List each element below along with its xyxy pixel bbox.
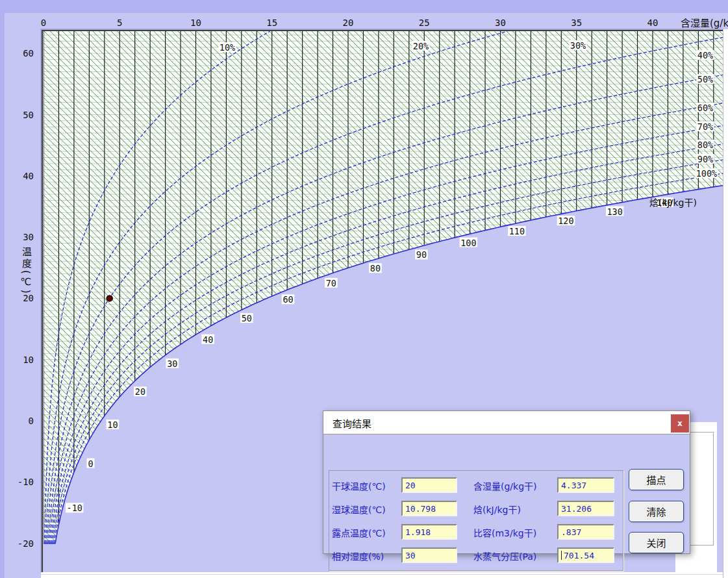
dew-point-input[interactable] — [401, 524, 457, 540]
svg-text:60%: 60% — [697, 103, 713, 113]
relative-humidity-label: 相对湿度(%) — [332, 549, 384, 562]
rh-label-20%: 20% — [412, 41, 429, 51]
x-tick-5: 5 — [117, 18, 122, 28]
y-tick--20: -20 — [18, 538, 34, 549]
svg-text:80%: 80% — [697, 140, 713, 150]
x-tick-35: 35 — [571, 18, 582, 28]
svg-text:50: 50 — [242, 313, 252, 323]
wet-bulb-label: 湿球温度(℃) — [332, 503, 386, 516]
vapor-pressure-label: 水蒸气分压(Pa) — [473, 549, 536, 562]
dialog-title: 查询结果 — [333, 416, 371, 430]
svg-text:30%: 30% — [570, 40, 586, 51]
enthalpy-axis-title: 焓(kJ/kg干) — [649, 195, 697, 208]
enthalpy-label-30: 30 — [166, 358, 179, 369]
y-tick-10: 10 — [23, 355, 34, 365]
enthalpy-label-120: 120 — [557, 216, 575, 226]
marked-point[interactable] — [107, 295, 112, 301]
y-tick-60: 60 — [23, 48, 34, 58]
x-tick-15: 15 — [266, 18, 277, 28]
plot-point-button[interactable]: 描点 — [629, 469, 684, 490]
enthalpy-label-40: 40 — [201, 334, 214, 345]
enthalpy-label-20: 20 — [134, 386, 147, 397]
relative-humidity-input[interactable] — [401, 547, 457, 563]
enthalpy-label-50: 50 — [240, 313, 253, 323]
svg-text:70%: 70% — [697, 121, 713, 132]
dry-bulb-label: 干球温度(℃) — [332, 479, 386, 492]
svg-text:-10: -10 — [67, 503, 82, 513]
svg-text:40%: 40% — [697, 50, 713, 60]
rh-label-90%: 90% — [696, 154, 714, 164]
y-tick-0: 0 — [29, 416, 34, 426]
specific-volume-input[interactable] — [557, 524, 614, 540]
close-button[interactable]: x — [671, 414, 689, 433]
enthalpy-label-100: 100 — [460, 238, 477, 248]
x-tick-40: 40 — [647, 18, 659, 28]
dialog-titlebar[interactable]: 查询结果 x — [323, 411, 690, 434]
enthalpy-label: 焓(kJ/kg干) — [473, 503, 521, 516]
svg-text:80: 80 — [370, 263, 381, 273]
svg-text:130: 130 — [607, 207, 622, 217]
wet-bulb-input[interactable] — [401, 501, 457, 516]
rh-label-100%: 100% — [695, 168, 718, 179]
query-result-dialog: 查询结果 x 干球温度(℃) 湿球温度(℃) 露点温度(℃) 相对湿度(%) 含… — [323, 410, 690, 554]
rh-label-80%: 80% — [696, 140, 714, 150]
enthalpy-input[interactable] — [557, 501, 614, 516]
y-tick--10: -10 — [18, 477, 34, 487]
svg-text:100%: 100% — [696, 168, 718, 179]
svg-text:30: 30 — [167, 358, 177, 369]
rh-label-70%: 70% — [696, 121, 714, 132]
rh-label-10%: 10% — [218, 42, 236, 53]
enthalpy-label-110: 110 — [508, 226, 525, 236]
enthalpy-label-90: 90 — [415, 249, 428, 260]
x-tick-30: 30 — [495, 18, 506, 28]
svg-text:90%: 90% — [697, 154, 713, 164]
svg-text:100: 100 — [460, 238, 476, 248]
right-strip — [723, 29, 728, 578]
x-tick-0: 0 — [41, 18, 46, 28]
close-icon: x — [677, 418, 683, 428]
x-tick-10: 10 — [190, 18, 201, 28]
enthalpy-label--10: -10 — [66, 503, 83, 513]
enthalpy-label-130: 130 — [606, 207, 623, 217]
y-tick-30: 30 — [23, 232, 34, 242]
rh-label-30%: 30% — [569, 40, 586, 51]
vapor-pressure-input[interactable]: 701.54 — [557, 547, 614, 563]
enthalpy-label-80: 80 — [369, 263, 382, 273]
svg-text:20: 20 — [135, 386, 145, 397]
svg-text:40: 40 — [203, 334, 213, 345]
enthalpy-label-0: 0 — [87, 459, 95, 469]
moisture-content-input[interactable] — [557, 477, 614, 493]
svg-text:10: 10 — [107, 420, 118, 430]
enthalpy-label-70: 70 — [325, 278, 338, 288]
clear-button[interactable]: 清除 — [629, 501, 684, 522]
svg-text:10%: 10% — [220, 42, 235, 53]
x-tick-25: 25 — [419, 18, 430, 28]
text-cursor — [561, 551, 562, 560]
svg-text:0: 0 — [88, 459, 93, 469]
y-tick-50: 50 — [23, 110, 34, 120]
enthalpy-label-10: 10 — [107, 420, 119, 430]
moisture-content-label: 含湿量(g/kg干) — [473, 479, 537, 492]
bottom-strip — [41, 572, 728, 578]
svg-text:60: 60 — [282, 294, 293, 305]
rh-label-60%: 60% — [696, 103, 714, 113]
rh-label-50%: 50% — [696, 74, 714, 84]
y-tick-40: 40 — [23, 171, 34, 181]
enthalpy-label-60: 60 — [282, 294, 295, 305]
svg-text:50%: 50% — [697, 74, 713, 84]
x-tick-20: 20 — [343, 18, 354, 28]
y-axis-title: 温度(℃) — [19, 247, 33, 295]
dialog-content: 干球温度(℃) 湿球温度(℃) 露点温度(℃) 相对湿度(%) 含湿量(g/kg… — [323, 434, 690, 553]
svg-text:110: 110 — [509, 226, 525, 236]
svg-text:90: 90 — [416, 249, 427, 260]
svg-text:120: 120 — [558, 216, 573, 226]
vapor-pressure-value: 701.54 — [564, 551, 594, 560]
close-dialog-button[interactable]: 关闭 — [629, 532, 684, 553]
rh-label-40%: 40% — [696, 50, 714, 60]
specific-volume-label: 比容(m3/kg干) — [473, 526, 536, 539]
svg-text:70: 70 — [326, 278, 336, 288]
dry-bulb-input[interactable] — [401, 477, 457, 493]
dew-point-label: 露点温度(℃) — [332, 526, 386, 539]
x-axis-title: 含湿量(g/kg干) — [681, 16, 728, 29]
svg-text:20%: 20% — [413, 41, 429, 51]
